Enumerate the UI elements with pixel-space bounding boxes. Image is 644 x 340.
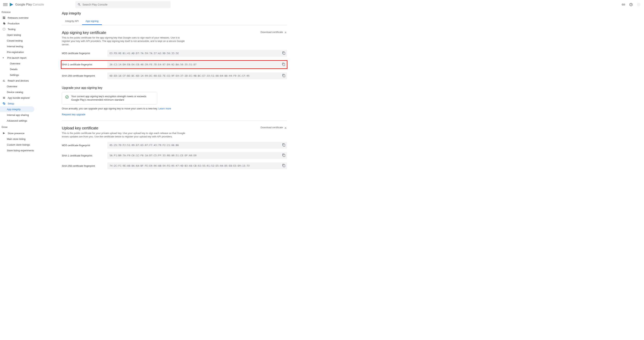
sidebar-item-main-listing[interactable]: Main store listing — [0, 136, 36, 142]
upload-sha1-value: 5A:F1:B0:7A:F9:C6:1C:F8:1A:D7:C5:FF:33:0… — [110, 154, 196, 157]
sidebar-item-testing[interactable]: Testing — [0, 26, 36, 32]
sidebar-item-store-presence[interactable]: Store presence — [0, 130, 36, 136]
sidebar-item-closed-testing[interactable]: Closed testing — [0, 38, 36, 43]
upload-sha1-label: SHA-1 certificate fingerprint — [62, 154, 107, 157]
main-content: App integrity Integrity API App signing … — [36, 9, 644, 340]
store-icon — [2, 132, 6, 135]
sidebar-item-pl-details[interactable]: Details — [0, 66, 36, 72]
tab-app-signing[interactable]: App signing — [82, 18, 102, 25]
logo[interactable]: Google Play Console — [9, 2, 44, 7]
account-icon[interactable] — [636, 2, 641, 7]
top-actions — [621, 2, 641, 7]
upload-sha256-row: SHA-256 certificate fingerprint 74:2C:FC… — [62, 162, 287, 169]
upgrade-annual-text: Once annually, you can upgrade your app … — [62, 107, 287, 110]
sidebar-item-reach-devices[interactable]: Reach and devices — [0, 78, 36, 83]
md5-label: MD5 certificate fingerprint — [62, 52, 107, 55]
play-console-icon — [9, 2, 14, 7]
svg-point-2 — [66, 95, 68, 98]
signing-cert-section: Download certificate App signing key cer… — [62, 30, 287, 79]
sidebar-item-app-bundle[interactable]: App bundle explorer — [0, 95, 36, 101]
md5-row: MD5 certificate fingerprint E3:FD:0E:B1:… — [62, 50, 287, 57]
sha256-label: SHA-256 certificate fingerprint — [62, 74, 107, 77]
sidebar-item-pl-settings[interactable]: Settings — [0, 72, 36, 78]
download-signing-cert[interactable]: Download certificate — [260, 30, 287, 33]
bundle-icon — [2, 96, 6, 100]
sidebar-section-grow: Grow — [0, 124, 36, 130]
upload-md5-value-box: 05:25:7D:F2:51:09:87:63:07:F7:43:79:F2:2… — [107, 142, 287, 149]
upgrade-title: Upgrade your app signing key — [62, 86, 287, 90]
chart-icon — [2, 79, 6, 82]
upload-sha1-row: SHA-1 certificate fingerprint 5A:F1:B0:7… — [62, 152, 287, 159]
sidebar-item-production[interactable]: Production — [0, 20, 36, 26]
learn-more-link[interactable]: Learn more — [158, 107, 171, 110]
upgrade-info-card: Your current app signing key's encryptio… — [62, 92, 157, 104]
sidebar-item-pre-launch[interactable]: ▼Pre-launch report — [0, 55, 36, 61]
sidebar-item-internal-sharing[interactable]: Internal app sharing — [0, 112, 36, 118]
upload-sha256-value: 74:2C:FC:9E:A8:8A:6A:BF:FE:E0:06:AB:54:F… — [110, 165, 250, 167]
menu-button[interactable] — [3, 2, 8, 7]
copy-button[interactable] — [282, 74, 286, 78]
tab-integrity-api[interactable]: Integrity API — [62, 18, 82, 25]
chevron-down-icon: ▼ — [2, 57, 4, 59]
sha1-label: SHA-1 certificate fingerprint — [62, 63, 107, 66]
sidebar-item-app-integrity[interactable]: App integrity — [0, 106, 34, 112]
sha1-row-highlighted: SHA-1 certificate fingerprint 26:C2:14:D… — [61, 60, 288, 69]
testing-icon — [2, 27, 6, 31]
sidebar-item-custom-listings[interactable]: Custom store listings — [0, 142, 36, 148]
sha1-value-box: 26:C2:14:D0:EB:E4:CB:48:39:FE:7D:E4:97:D… — [107, 61, 287, 68]
check-circle-icon — [65, 95, 69, 99]
upload-cert-title: Upload key certificate — [62, 126, 287, 130]
sha256-value: 6D:ED:16:CF:BE:BC:6D:14:99:DC:68:EE:7E:C… — [110, 75, 250, 77]
sidebar-section-release: Release — [0, 9, 36, 15]
sidebar-item-internal-testing[interactable]: Internal testing — [0, 43, 36, 49]
sha256-row: SHA-256 certificate fingerprint 6D:ED:16… — [62, 72, 287, 79]
request-key-upgrade[interactable]: Request key upgrade — [62, 113, 86, 116]
upload-sha256-value-box: 74:2C:FC:9E:A8:8A:6A:BF:FE:E0:06:AB:54:F… — [107, 162, 287, 169]
sidebar-item-releases-overview[interactable]: Releases overview — [0, 15, 36, 20]
upload-md5-row: MD5 certificate fingerprint 05:25:7D:F2:… — [62, 142, 287, 149]
sidebar-item-pre-registration[interactable]: Pre-registration — [0, 49, 36, 55]
sidebar: Release Releases overview Production Tes… — [0, 9, 36, 340]
copy-button[interactable] — [282, 143, 286, 147]
sidebar-item-setup[interactable]: Setup — [0, 101, 36, 106]
logo-text: Google Play Console — [15, 3, 44, 6]
upload-sha256-label: SHA-256 certificate fingerprint — [62, 165, 107, 167]
help-icon[interactable] — [629, 2, 633, 7]
upload-md5-value: 05:25:7D:F2:51:09:87:63:07:F7:43:79:F2:2… — [110, 144, 179, 147]
gear-icon — [2, 102, 6, 105]
sha256-value-box: 6D:ED:16:CF:BE:BC:6D:14:99:DC:68:EE:7E:C… — [107, 72, 287, 79]
copy-button[interactable] — [282, 154, 286, 158]
upload-md5-label: MD5 certificate fingerprint — [62, 144, 107, 147]
link-icon[interactable] — [621, 2, 626, 7]
svg-point-1 — [3, 28, 5, 30]
upgrade-info-text: Your current app signing key's encryptio… — [71, 95, 154, 102]
md5-value: E3:FD:0E:B1:41:AD:D7:7A:59:7A:37:A2:9D:5… — [110, 52, 179, 55]
signing-cert-desc: This is the public certificate for the a… — [62, 36, 188, 46]
search-box[interactable] — [75, 1, 171, 8]
tabs: Integrity API App signing — [62, 18, 287, 25]
svg-point-0 — [637, 3, 640, 6]
search-icon — [78, 3, 81, 6]
md5-value-box: E3:FD:0E:B1:41:AD:D7:7A:59:7A:37:A2:9D:5… — [107, 50, 287, 57]
rocket-icon — [2, 22, 6, 25]
upgrade-section: Upgrade your app signing key Your curren… — [62, 86, 287, 116]
signing-cert-title: App signing key certificate — [62, 30, 287, 35]
copy-button[interactable] — [282, 164, 286, 168]
upload-cert-desc: This is the public certificate for your … — [62, 132, 188, 138]
upload-cert-section: Download certificate Upload key certific… — [62, 126, 287, 169]
search-input[interactable] — [82, 3, 168, 6]
sidebar-item-device-catalog[interactable]: Device catalog — [0, 89, 36, 95]
copy-button[interactable] — [282, 62, 285, 66]
copy-button[interactable] — [282, 51, 286, 55]
download-icon — [284, 30, 287, 33]
sidebar-item-rd-overview[interactable]: Overview — [0, 83, 36, 89]
sidebar-item-advanced-settings[interactable]: Advanced settings — [0, 118, 36, 124]
dashboard-icon — [2, 16, 6, 19]
upload-sha1-value-box: 5A:F1:B0:7A:F9:C6:1C:F8:1A:D7:C5:FF:33:0… — [107, 152, 287, 159]
download-upload-cert[interactable]: Download certificate — [260, 126, 287, 129]
sidebar-item-pl-overview[interactable]: Overview — [0, 61, 36, 66]
sidebar-item-experiments[interactable]: Store listing experiments — [0, 148, 36, 153]
download-icon — [284, 126, 287, 129]
page-title: App integrity — [62, 9, 287, 15]
sidebar-item-open-testing[interactable]: Open testing — [0, 32, 36, 38]
